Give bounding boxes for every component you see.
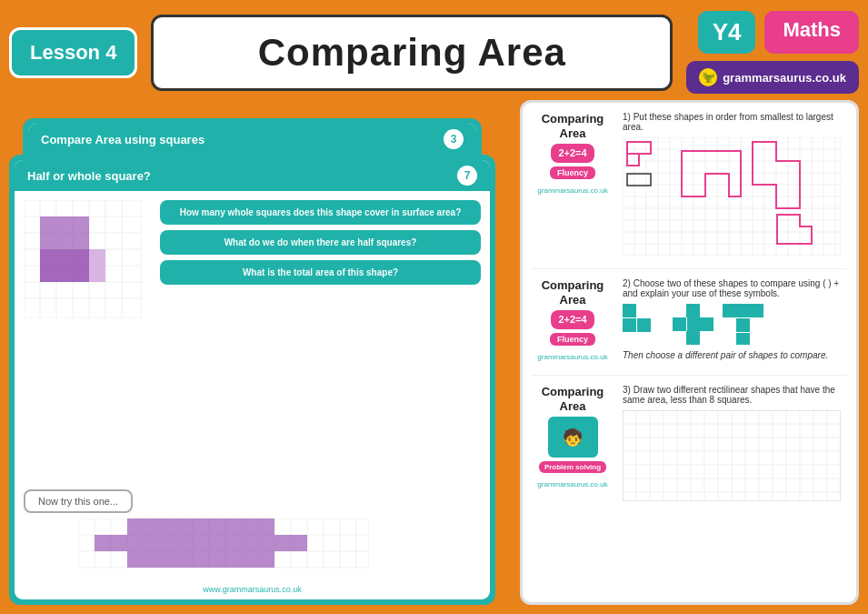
questions-panel: How many whole squares does this shape c… [160, 200, 481, 530]
ws2-shapes-row [623, 304, 847, 345]
slide-back-header: Compare Area using squares 3 [28, 124, 476, 155]
ws2-shape-l [623, 304, 663, 345]
svg-rect-42 [127, 551, 274, 568]
page-title: Comparing Area [258, 31, 566, 75]
ws2-tag: Fluency [550, 333, 595, 346]
ws2-badge: 2+2=4 [551, 310, 594, 329]
try-btn: Now try this one... [24, 489, 133, 513]
ws3-question: 3) Draw two different rectilinear shapes… [623, 385, 847, 405]
worksheet-section-1: Comparing Area 2+2=4 Fluency grammarsaur… [532, 112, 847, 269]
ws2-title: Comparing Area [542, 278, 604, 307]
svg-rect-75 [623, 318, 636, 332]
slides-panel: Compare Area using squares 3 We have lea… [9, 100, 509, 605]
svg-rect-16 [89, 266, 105, 282]
lesson-badge: Lesson 4 [9, 27, 137, 78]
question-2: What do we do when there are half square… [160, 230, 481, 255]
header-area: Lesson 4 Comparing Area Y4 Maths 🦖 gramm… [9, 9, 859, 96]
ws3-problem-img: 🧒 [548, 417, 598, 458]
try-shape-svg [78, 518, 369, 569]
svg-rect-40 [95, 535, 307, 551]
ws2-shape-t [723, 304, 763, 345]
ws1-badge: 2+2=4 [551, 144, 594, 163]
title-box: Comparing Area [151, 15, 673, 91]
svg-rect-78 [673, 317, 686, 331]
ws2-shape-cross [673, 304, 713, 345]
slide-front-header: Half or whole square? 7 [15, 160, 490, 191]
shape-display [24, 200, 151, 530]
ws1-footer: grammarsaurus.co.uk [537, 186, 607, 195]
ws3-title: Comparing Area [542, 385, 604, 413]
slide-front-title: Half or whole square? [27, 169, 151, 183]
ws1-tag: Fluency [550, 166, 595, 179]
svg-rect-76 [637, 318, 651, 332]
ws1-question: 1) Put these shapes in order from smalle… [623, 112, 847, 132]
slide-back-title: Compare Area using squares [41, 133, 205, 146]
slide-front-body: How many whole squares does this shape c… [15, 191, 490, 539]
content-area: Compare Area using squares 3 We have lea… [9, 100, 859, 605]
purple-shape-svg [24, 200, 142, 318]
try-one-section: Now try this one... [24, 489, 481, 572]
svg-rect-74 [623, 304, 636, 317]
year-maths-row: Y4 Maths [698, 11, 859, 54]
ws3-grid-svg [623, 410, 841, 501]
worksheet-section-2: Comparing Area 2+2=4 Fluency grammarsaur… [532, 278, 847, 376]
ws2-content: 2) Choose two of these shapes to compare… [623, 278, 847, 366]
year-badge: Y4 [698, 11, 756, 54]
maths-badge: Maths [764, 11, 859, 54]
main-background: Lesson 4 Comparing Area Y4 Maths 🦖 gramm… [0, 0, 868, 614]
svg-rect-15 [89, 249, 105, 266]
ws2-sub-question: Then choose a different pair of shapes t… [623, 350, 847, 360]
slide-front-footer: www.grammarsaurus.co.uk [15, 585, 490, 594]
website-text: grammarsaurus.co.uk [723, 71, 846, 85]
grammarsaurus-icon: 🦖 [699, 68, 717, 86]
svg-rect-77 [686, 304, 700, 317]
ws3-tag: Problem solving [539, 461, 606, 473]
svg-rect-80 [700, 317, 713, 331]
website-badge: 🦖 grammarsaurus.co.uk [686, 61, 859, 94]
ws3-content: 3) Draw two different rectilinear shapes… [623, 385, 847, 505]
svg-rect-84 [736, 333, 750, 345]
ws1-label-col: Comparing Area 2+2=4 Fluency grammarsaur… [532, 112, 614, 259]
question-1: How many whole squares does this shape c… [160, 200, 481, 225]
slide-front-inner: Half or whole square? 7 [15, 160, 490, 599]
top-right-badges: Y4 Maths 🦖 grammarsaurus.co.uk [686, 11, 859, 94]
ws1-shapes-svg [623, 137, 841, 256]
svg-rect-81 [686, 331, 700, 345]
worksheet-panel: Comparing Area 2+2=4 Fluency grammarsaur… [520, 100, 859, 605]
svg-rect-82 [723, 304, 763, 317]
ws2-footer: grammarsaurus.co.uk [537, 353, 607, 361]
worksheet-section-3: Comparing Area 🧒 Problem solving grammar… [532, 385, 847, 505]
ws2-label-col: Comparing Area 2+2=4 Fluency grammarsaur… [532, 278, 614, 366]
svg-rect-79 [687, 317, 701, 331]
slide-front: Half or whole square? 7 [9, 155, 495, 605]
ws2-question: 2) Choose two of these shapes to compare… [623, 278, 847, 298]
question-3: What is the total area of this shape? [160, 260, 481, 285]
ws3-label-col: Comparing Area 🧒 Problem solving grammar… [532, 385, 614, 505]
ws3-footer: grammarsaurus.co.uk [537, 480, 607, 488]
slide-front-number: 7 [457, 166, 477, 186]
svg-rect-41 [127, 518, 274, 535]
ws1-content: 1) Put these shapes in order from smalle… [623, 112, 847, 259]
slide-back-number: 3 [444, 129, 464, 149]
worksheet-inner: Comparing Area 2+2=4 Fluency grammarsaur… [523, 103, 856, 602]
svg-rect-83 [736, 318, 750, 332]
ws1-title: Comparing Area [542, 112, 604, 140]
